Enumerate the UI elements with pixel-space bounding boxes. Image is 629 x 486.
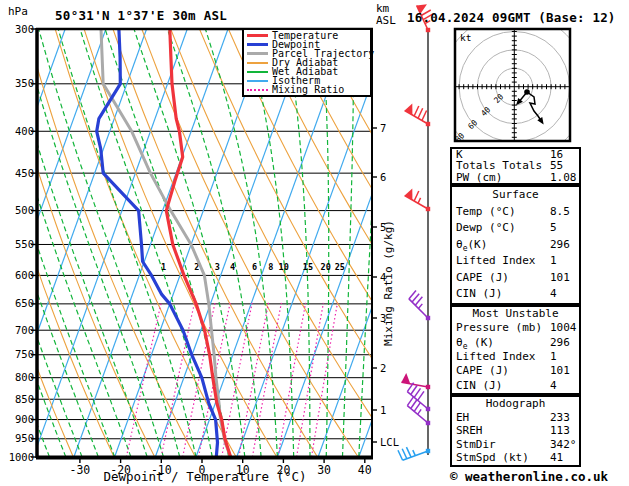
mixing-ratio-value-label: 8 bbox=[268, 262, 273, 272]
hodograph-origin-dot bbox=[524, 89, 530, 95]
legend-swatch-isotherm bbox=[247, 80, 268, 82]
pressure-tick-label: 950 bbox=[15, 432, 34, 444]
indices-row-label: StmDir bbox=[456, 438, 496, 451]
legend-label: Mixing Ratio bbox=[272, 85, 344, 94]
mixing-ratio-value-label: 6 bbox=[252, 262, 257, 272]
km-tick-label: 1 bbox=[380, 404, 386, 416]
indices-row-label: SREH bbox=[456, 424, 483, 437]
indices-row-label: PW (cm) bbox=[456, 171, 502, 184]
legend-swatch-temperature bbox=[247, 34, 268, 37]
legend-swatch-dewpoint bbox=[247, 43, 268, 46]
indices-row: Pressure (mb)1004 bbox=[452, 321, 579, 335]
indices-row-label: CIN (J) bbox=[456, 287, 502, 300]
indices-row-label: Lifted Index bbox=[456, 350, 535, 363]
indices-row: SREH113 bbox=[452, 424, 579, 438]
indices-row: CAPE (J)101 bbox=[452, 270, 579, 287]
wind-barb bbox=[409, 290, 430, 320]
altitude-axis-unit: km ASL bbox=[376, 3, 396, 27]
pressure-tick-label: 650 bbox=[15, 297, 34, 309]
wet-adiabat-line bbox=[80, 29, 212, 457]
indices-row: Lifted Index1 bbox=[452, 350, 579, 364]
legend-swatch-parcel-trajectory bbox=[247, 52, 268, 55]
km-tick-label: 2 bbox=[380, 362, 386, 374]
indices-row-label: θe(K) bbox=[456, 238, 487, 251]
mixing-ratio-value-label: 10 bbox=[279, 262, 289, 272]
credit-footer: © weatheronline.co.uk bbox=[450, 469, 608, 484]
pressure-tick-label: 900 bbox=[15, 413, 34, 425]
indices-row-label: CIN (J) bbox=[456, 379, 502, 392]
indices-row: CAPE (J)101 bbox=[452, 364, 579, 378]
asl-label: ASL bbox=[376, 15, 396, 27]
indices-row: Temp (°C)8.5 bbox=[452, 204, 579, 221]
pressure-unit-label: hPa bbox=[8, 5, 28, 18]
indices-row-label: CAPE (J) bbox=[456, 364, 509, 377]
indices-row-value: 1 bbox=[550, 253, 557, 270]
km-tick-label: 7 bbox=[380, 122, 386, 134]
indices-row: StmDir342° bbox=[452, 438, 579, 452]
mixing-ratio-value-label: 25 bbox=[335, 262, 345, 272]
indices-row-label: EH bbox=[456, 411, 469, 424]
indices-row-value: 296 bbox=[550, 336, 570, 350]
indices-row-value: 4 bbox=[550, 286, 557, 303]
indices-section-title: Surface bbox=[452, 187, 579, 204]
pressure-tick-label: 850 bbox=[15, 393, 34, 405]
indices-row-label: StmSpd (kt) bbox=[456, 451, 529, 464]
indices-row-value: 296 bbox=[550, 237, 570, 254]
pressure-tick-label: 1000 bbox=[9, 451, 34, 463]
indices-row: θe (K)296 bbox=[452, 336, 579, 350]
x-axis-label: Dewpoint / Temperature (°C) bbox=[38, 469, 372, 484]
mixing-ratio-line bbox=[252, 303, 281, 457]
indices-row-value: 101 bbox=[550, 270, 570, 287]
mixing-ratio-line bbox=[222, 303, 253, 457]
pressure-tick-label: 550 bbox=[15, 238, 34, 250]
indices-row-label: Pressure (mb) bbox=[456, 321, 542, 334]
indices-row-value: 1 bbox=[550, 350, 557, 364]
indices-row: Lifted Index1 bbox=[452, 253, 579, 270]
pressure-tick-label: 700 bbox=[15, 324, 34, 336]
indices-row: CIN (J)4 bbox=[452, 286, 579, 303]
km-tick-label: 6 bbox=[380, 171, 386, 183]
indices-row: CIN (J)4 bbox=[452, 379, 579, 393]
indices-row-value: 5 bbox=[550, 220, 557, 237]
indices-row-value: 8.5 bbox=[550, 204, 570, 221]
indices-block-surface: SurfaceTemp (°C)8.5Dewp (°C)5θe(K)296Lif… bbox=[450, 185, 581, 305]
legend-item: Mixing Ratio bbox=[246, 85, 368, 94]
dry-adiabat-line bbox=[26, 29, 195, 457]
indices-row-value: 55 bbox=[550, 160, 563, 171]
sounding-page: 1234681015202530035040045050055060065070… bbox=[0, 0, 629, 486]
hodograph-unit-label: kt bbox=[460, 32, 471, 43]
mixing-ratio-line bbox=[297, 303, 324, 457]
pressure-tick-label: 600 bbox=[15, 269, 34, 281]
indices-row-value: 101 bbox=[550, 364, 570, 378]
dry-adiabat-line bbox=[575, 29, 629, 457]
indices-row-value: 1004 bbox=[550, 321, 577, 335]
indices-block-hodograph: HodographEH233SREH113StmDir342°StmSpd (k… bbox=[450, 395, 581, 467]
indices-row: PW (cm)1.08 bbox=[452, 172, 579, 183]
pressure-tick-label: 450 bbox=[15, 167, 34, 179]
pressure-tick-label: 800 bbox=[15, 371, 34, 383]
indices-row-label: Lifted Index bbox=[456, 254, 535, 267]
mixing-ratio-axis-label: Mixing Ratio (g/kg) bbox=[382, 220, 395, 346]
indices-row: Dewp (°C)5 bbox=[452, 220, 579, 237]
pressure-tick-label: 400 bbox=[15, 125, 34, 137]
indices-section-title: Most Unstable bbox=[452, 307, 579, 321]
indices-section-title: Hodograph bbox=[452, 397, 579, 411]
mixing-ratio-line bbox=[161, 303, 194, 457]
mixing-ratio-value-label: 15 bbox=[303, 262, 313, 272]
indices-row-value: 233 bbox=[550, 411, 570, 425]
wind-barb bbox=[398, 447, 430, 460]
legend: TemperatureDewpointParcel TrajectoryDry … bbox=[242, 28, 372, 97]
indices-row-label: Dewp (°C) bbox=[456, 221, 516, 234]
indices-row-label: Temp (°C) bbox=[456, 205, 516, 218]
indices-row-value: 4 bbox=[550, 379, 557, 393]
indices-row-value: 113 bbox=[550, 424, 570, 438]
indices-row-value: 41 bbox=[550, 451, 563, 465]
indices-row-label: CAPE (J) bbox=[456, 271, 509, 284]
pressure-tick-label: 300 bbox=[15, 23, 34, 35]
mixing-ratio-value-label: 20 bbox=[321, 262, 331, 272]
mixing-ratio-value-label: 3 bbox=[215, 262, 220, 272]
mixing-ratio-value-label: 1 bbox=[161, 262, 166, 272]
legend-swatch-wet-adiabat bbox=[247, 71, 268, 73]
legend-swatch-dry-adiabat bbox=[247, 62, 268, 64]
lcl-label: LCL bbox=[380, 436, 399, 448]
